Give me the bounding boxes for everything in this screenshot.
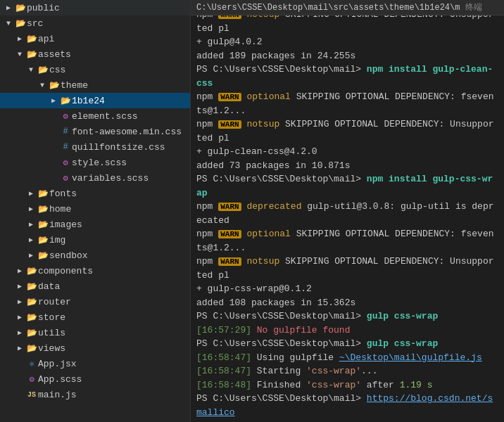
terminal-line: + gulp-clean-css@4.2.0 <box>196 145 498 159</box>
breadcrumb-text: C:\Users\CSSE\Desktop\mail\src\assets\th… <box>196 3 460 13</box>
terminal-line: + gulp-css-wrap@0.1.2 <box>196 282 498 296</box>
term-text: npm <box>196 119 218 129</box>
tree-item-label: App.scss <box>38 374 190 385</box>
tree-item-style.scss[interactable]: ⚙ style.scss <box>0 155 190 170</box>
file-icon: 📂 <box>48 80 61 91</box>
tree-item-sendbox[interactable]: ▶ 📂 sendbox <box>0 248 190 263</box>
terminal-line: PS C:\Users\CSSE\Desktop\mail> gulp css-… <box>196 309 498 324</box>
tree-item-1b1e24[interactable]: ▶ 📂 1b1e24 <box>0 93 190 108</box>
file-icon: 📂 <box>25 297 38 307</box>
tree-item-label: 1b1e24 <box>72 96 190 106</box>
file-icon: # <box>59 127 72 136</box>
prompt-text: PS C:\Users\CSSE\Desktop\mail> <box>196 338 367 349</box>
tree-item-utils[interactable]: ▶ 📂 utils <box>0 325 190 340</box>
file-tree[interactable]: ▶ 📂 public ▼ 📂 src ▶ 📂 api ▼ 📂 assets ▼ … <box>0 0 190 422</box>
warn-text: optional <box>246 91 290 102</box>
term-text: Using gulpfile <box>251 352 339 363</box>
tree-item-img[interactable]: ▶ 📂 img <box>0 232 190 248</box>
command-text: gulp css-wrap <box>367 338 438 349</box>
tree-item-src[interactable]: ▼ 📂 src <box>0 15 190 31</box>
tree-item-label: api <box>38 34 190 44</box>
tree-item-element.scss[interactable]: ⚙ element.scss <box>0 108 190 124</box>
error-text: No gulpfile found <box>251 325 350 335</box>
tree-item-label: variables.scss <box>72 173 190 184</box>
command-text: gulp css-wrap <box>367 311 438 321</box>
tree-item-assets[interactable]: ▼ 📂 assets <box>0 46 190 62</box>
terminal-line: added 73 packages in 10.871s <box>196 159 498 173</box>
tree-item-label: router <box>38 297 190 307</box>
tree-arrow: ▶ <box>25 251 37 260</box>
warn-badge: WARN <box>218 203 241 211</box>
file-icon: 📂 <box>37 204 49 215</box>
terminal-line: PS C:\Users\CSSE\Desktop\mail> npm insta… <box>196 172 498 200</box>
tree-item-font-awesome.min.css[interactable]: # font-awesome.min.css <box>0 124 190 139</box>
tree-item-label: style.scss <box>72 158 190 168</box>
warn-text: optional <box>246 229 290 239</box>
tree-arrow: ▶ <box>14 328 25 337</box>
tree-item-label: fonts <box>49 188 190 199</box>
timestamp: [16:57:29] <box>196 325 251 335</box>
tree-item-label: utils <box>38 328 190 338</box>
file-icon: 📂 <box>14 18 27 29</box>
file-icon: 📂 <box>14 3 27 13</box>
terminal-line: [16:58:47] Using gulpfile ~\Desktop\mail… <box>196 351 498 365</box>
prompt-text: PS C:\Users\CSSE\Desktop\mail> <box>196 174 367 184</box>
terminal-output[interactable]: npm WARN notsup SKIPPING OPTIONAL DEPEND… <box>191 15 504 422</box>
tree-item-main.js[interactable]: JS main.js <box>0 387 190 402</box>
tree-item-label: public <box>27 3 190 13</box>
tree-item-theme[interactable]: ▼ 📂 theme <box>0 77 190 93</box>
term-text: npm <box>196 229 218 239</box>
terminal-line: npm WARN notsup SKIPPING OPTIONAL DEPEND… <box>196 255 498 282</box>
tree-item-fonts[interactable]: ▶ 📂 fonts <box>0 186 190 201</box>
file-icon: 📂 <box>25 343 38 354</box>
prompt-text: PS C:\Users\CSSE\Desktop\mail> <box>196 393 367 404</box>
tree-item-api[interactable]: ▶ 📂 api <box>0 31 190 46</box>
terminal-line: npm WARN optional SKIPPING OPTIONAL DEPE… <box>196 90 498 117</box>
timestamp: [16:58:47] <box>196 366 251 376</box>
timestamp: [16:58:48] <box>196 380 251 390</box>
tree-item-label: img <box>49 235 190 245</box>
terminal-line: [16:58:47] Starting 'css-wrap'... <box>196 364 498 378</box>
tree-item-views[interactable]: ▶ 📂 views <box>0 340 190 356</box>
tree-item-label: home <box>49 204 190 215</box>
file-icon: 📂 <box>25 49 38 60</box>
tree-arrow: ▼ <box>14 51 25 58</box>
terminal-line: added 189 packages in 24.255s <box>196 49 498 63</box>
tree-arrow: ▼ <box>3 20 14 27</box>
tree-item-label: images <box>49 219 190 230</box>
tree-item-home[interactable]: ▶ 📂 home <box>0 201 190 217</box>
file-icon: ⚙ <box>25 374 38 385</box>
tree-item-data[interactable]: ▶ 📂 data <box>0 279 190 294</box>
terminal-line: npm WARN deprecated gulp-util@3.0.8: gul… <box>196 200 498 227</box>
tree-item-components[interactable]: ▶ 📂 components <box>0 263 190 279</box>
tree-arrow: ▼ <box>37 82 48 89</box>
tree-item-label: element.scss <box>72 111 190 122</box>
tree-item-variables.scss[interactable]: ⚙ variables.scss <box>0 170 190 186</box>
term-text: npm <box>196 201 218 212</box>
tree-item-quillfontsize.css[interactable]: # quillfontsize.css <box>0 139 190 155</box>
terminal-line: npm WARN optional SKIPPING OPTIONAL DEPE… <box>196 227 498 255</box>
tree-item-label: components <box>38 266 190 276</box>
tree-item-App.scss[interactable]: ⚙ App.scss <box>0 371 190 387</box>
terminal-line: npm WARN notsup SKIPPING OPTIONAL DEPEND… <box>196 117 498 145</box>
tree-item-css[interactable]: ▼ 📂 css <box>0 62 190 77</box>
file-icon: 📂 <box>25 312 38 323</box>
warn-text: notsup <box>246 119 279 129</box>
warn-text: notsup <box>246 256 279 267</box>
string-value: 'css-wrap' <box>306 380 361 390</box>
file-icon: 📂 <box>25 34 38 44</box>
file-icon: 📂 <box>37 188 49 199</box>
tree-item-store[interactable]: ▶ 📂 store <box>0 309 190 325</box>
breadcrumb: C:\Users\CSSE\Desktop\mail\src\assets\th… <box>191 0 504 15</box>
terminal-line: PS C:\Users\CSSE\Desktop\mail> gulp css-… <box>196 337 498 351</box>
tree-item-public[interactable]: ▶ 📂 public <box>0 0 190 15</box>
term-text: npm <box>196 256 218 267</box>
terminal-line: npm WARN notsup SKIPPING OPTIONAL DEPEND… <box>196 15 498 35</box>
tree-item-label: sendbox <box>49 250 190 261</box>
tree-item-App.jsx[interactable]: ⚛ App.jsx <box>0 356 190 371</box>
tree-item-router[interactable]: ▶ 📂 router <box>0 294 190 309</box>
main-panel: C:\Users\CSSE\Desktop\mail\src\assets\th… <box>191 0 504 422</box>
tree-item-images[interactable]: ▶ 📂 images <box>0 217 190 232</box>
file-icon: 📂 <box>37 250 49 261</box>
tree-item-label: src <box>27 18 190 29</box>
